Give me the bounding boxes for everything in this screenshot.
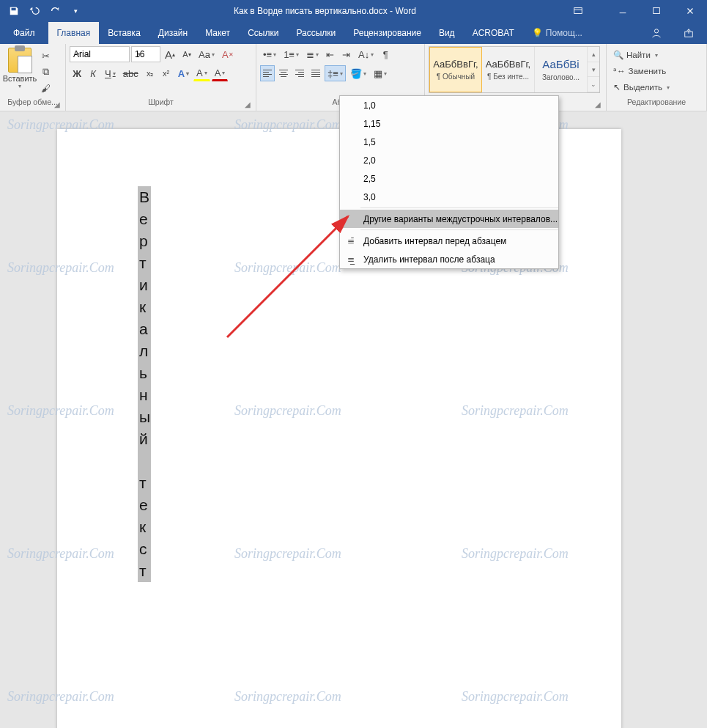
font-name-combo[interactable]: Arial▾ — [70, 46, 130, 62]
justify-button[interactable] — [308, 65, 323, 81]
char: а — [138, 318, 151, 340]
grow-font-button[interactable]: A▴ — [162, 46, 178, 62]
scissors-icon: ✂ — [42, 51, 50, 62]
char: ы — [138, 406, 151, 428]
char: е — [138, 208, 151, 230]
tab-home[interactable]: Главная — [48, 22, 100, 44]
select-button[interactable]: ↖Выделить▾ — [610, 80, 673, 95]
spacing-option[interactable]: 1,5 — [340, 133, 558, 151]
share-button[interactable] — [670, 22, 707, 44]
char: т — [138, 472, 151, 494]
clear-formatting-button[interactable]: A✕ — [219, 46, 237, 62]
find-button[interactable]: 🔍Найти▾ — [610, 48, 673, 62]
subscript-button[interactable]: x₂ — [143, 65, 158, 81]
align-center-button[interactable] — [276, 65, 291, 81]
tab-view[interactable]: Вид — [430, 22, 464, 44]
font-launcher[interactable]: ◢ — [243, 100, 252, 109]
tab-design[interactable]: Дизайн — [149, 22, 196, 44]
redo-button[interactable] — [45, 1, 64, 21]
shrink-font-button[interactable]: A▾ — [179, 46, 194, 62]
spacing-option[interactable]: 1,0 — [340, 96, 558, 114]
increase-indent-button[interactable]: ⇥ — [339, 46, 354, 62]
char: т — [138, 560, 151, 582]
strikethrough-button[interactable]: abc — [120, 65, 141, 81]
show-marks-button[interactable]: ¶ — [378, 46, 393, 62]
underline-button[interactable]: Ч — [102, 65, 119, 81]
superscript-button[interactable]: x² — [159, 65, 174, 81]
remove-space-after[interactable]: ≡̲Удалить интервал после абзаца — [340, 250, 558, 268]
account-button[interactable] — [643, 22, 670, 44]
char: н — [138, 384, 151, 406]
copy-icon: ⧉ — [42, 66, 49, 78]
close-button[interactable] — [673, 0, 707, 22]
align-right-button[interactable] — [292, 65, 307, 81]
tab-layout[interactable]: Макет — [196, 22, 239, 44]
user-icon — [651, 28, 662, 38]
shading-button[interactable]: 🪣 — [347, 65, 369, 81]
borders-button[interactable]: ▦ — [371, 65, 390, 81]
maximize-button[interactable] — [640, 0, 673, 22]
bold-button[interactable]: Ж — [70, 65, 84, 81]
tab-file[interactable]: Файл — [0, 22, 48, 44]
numbering-button[interactable]: 1≡ — [281, 46, 302, 62]
char: е — [138, 494, 151, 516]
char: В — [138, 186, 151, 208]
text-effects-button[interactable]: A — [175, 65, 192, 81]
multilevel-button[interactable]: ≣ — [303, 46, 322, 62]
vertical-text[interactable]: В е р т и к а л ь н ы й т е к с т — [138, 186, 151, 582]
line-spacing-menu: 1,0 1,15 1,5 2,0 2,5 3,0 Другие варианты… — [339, 95, 559, 269]
spacing-option[interactable]: 2,0 — [340, 151, 558, 169]
style-heading1[interactable]: АаБбВі Заголово... — [535, 47, 588, 92]
font-color-button[interactable]: A — [212, 65, 229, 81]
close-icon — [685, 6, 695, 16]
clipboard-launcher[interactable]: ◢ — [53, 100, 62, 109]
style-normal[interactable]: АаБбВвГг, ¶ Обычный — [429, 47, 482, 92]
spacing-option[interactable]: 3,0 — [340, 188, 558, 206]
format-painter-button[interactable]: 🖌 — [39, 81, 52, 95]
styles-more[interactable]: ▴▾⌄ — [588, 47, 599, 92]
group-font: Arial▾ 16▾ A▴ A▾ Aa A✕ Ж К Ч abc x₂ x² A… — [66, 44, 256, 111]
ribbon-options-button[interactable] — [565, 0, 591, 22]
pilcrow-icon: ¶ — [383, 49, 388, 60]
replace-button[interactable]: ᵃ↔Заменить — [610, 64, 673, 78]
tell-me[interactable]: 💡 Помощ... — [523, 22, 591, 44]
save-button[interactable] — [4, 1, 23, 21]
decrease-indent-button[interactable]: ⇤ — [323, 46, 338, 62]
line-spacing-button[interactable]: ‡≡ — [325, 65, 346, 81]
undo-button[interactable] — [25, 1, 44, 21]
align-left-button[interactable] — [260, 65, 275, 81]
sort-button[interactable]: A↓ — [355, 46, 377, 62]
title-bar: ▾ Как в Ворде писать вертикально.docx - … — [0, 0, 707, 22]
styles-launcher[interactable]: ◢ — [593, 100, 602, 109]
minimize-button[interactable] — [606, 0, 640, 22]
line-spacing-icon: ‡≡ — [327, 68, 338, 79]
bullets-button[interactable]: •≡ — [260, 46, 279, 62]
brush-icon: 🖌 — [41, 83, 51, 94]
outdent-icon: ⇤ — [326, 49, 334, 60]
spacing-option[interactable]: 2,5 — [340, 169, 558, 188]
spacing-option[interactable]: 1,15 — [340, 114, 558, 133]
tab-insert[interactable]: Вставка — [99, 22, 149, 44]
add-space-before[interactable]: ≡̄Добавить интервал перед абзацем — [340, 232, 558, 250]
tab-references[interactable]: Ссылки — [239, 22, 287, 44]
save-icon — [9, 6, 19, 16]
qat-customize-button[interactable]: ▾ — [66, 1, 85, 21]
copy-button[interactable]: ⧉ — [39, 65, 52, 78]
change-case-button[interactable]: Aa — [196, 46, 218, 62]
svg-rect-0 — [574, 8, 582, 14]
tab-review[interactable]: Рецензирование — [344, 22, 430, 44]
font-size-value: 16 — [135, 49, 144, 59]
tab-acrobat[interactable]: ACROBAT — [464, 22, 523, 44]
font-size-combo[interactable]: 16▾ — [131, 46, 160, 62]
svg-rect-1 — [654, 8, 660, 14]
italic-button[interactable]: К — [86, 65, 100, 81]
cut-button[interactable]: ✂ — [39, 49, 52, 62]
tab-mailings[interactable]: Рассылки — [287, 22, 344, 44]
indent-icon: ⇥ — [342, 49, 350, 60]
paste-button[interactable]: Вставить ▾ — [4, 46, 36, 98]
spacing-other-options[interactable]: Другие варианты междустрочных интервалов… — [340, 210, 558, 228]
styles-gallery[interactable]: АаБбВвГг, ¶ Обычный АаБбВвГг, ¶ Без инте… — [429, 46, 600, 93]
group-clipboard: Вставить ▾ ✂ ⧉ 🖌 Буфер обме...◢ — [0, 44, 66, 111]
style-no-spacing[interactable]: АаБбВвГг, ¶ Без инте... — [482, 47, 535, 92]
highlight-button[interactable]: A — [193, 65, 210, 81]
